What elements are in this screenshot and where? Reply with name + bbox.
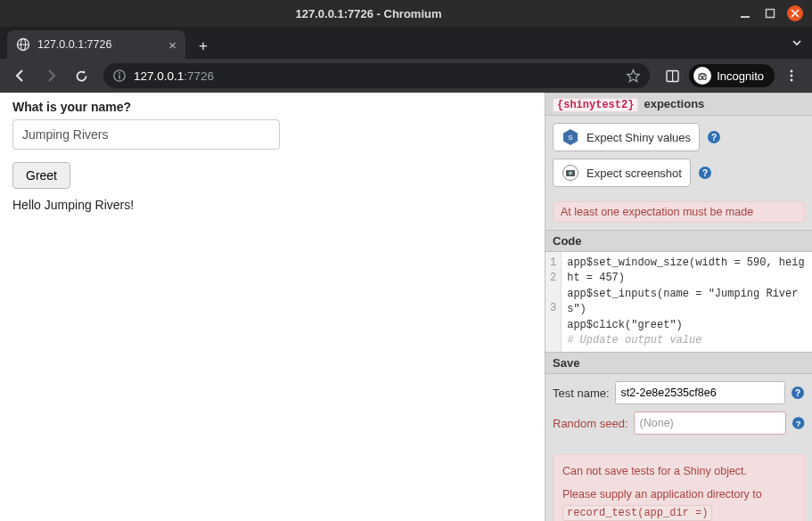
- browser-tabstrip: 127.0.0.1:7726 × +: [0, 27, 812, 59]
- url-bar[interactable]: 127.0.0.1:7726: [103, 63, 650, 88]
- new-tab-button[interactable]: +: [191, 34, 216, 59]
- test-name-input[interactable]: [615, 381, 785, 404]
- code-lines: app$set_window_size(width = 590, height …: [562, 252, 812, 352]
- window-maximize-button[interactable]: [762, 5, 778, 21]
- shinytest2-brand: {shinytest2}: [553, 98, 638, 112]
- window-titlebar: 127.0.0.1:7726 - Chromium: [0, 0, 812, 27]
- tab-title: 127.0.0.1:7726: [37, 38, 111, 51]
- greet-button[interactable]: Greet: [12, 162, 70, 189]
- forward-button[interactable]: [37, 62, 64, 89]
- name-input[interactable]: [12, 119, 280, 150]
- save-header: Save: [545, 352, 812, 374]
- back-button[interactable]: [7, 62, 34, 89]
- svg-rect-9: [672, 70, 673, 81]
- window-title: 127.0.0.1:7726 - Chromium: [9, 7, 728, 20]
- tabs-dropdown-button[interactable]: [791, 37, 803, 49]
- main-pane: What is your name? Greet Hello Jumping R…: [0, 93, 545, 521]
- bookmark-star-icon[interactable]: [626, 69, 641, 84]
- browser-menu-button[interactable]: [778, 62, 805, 89]
- url-text: 127.0.0.1:7726: [134, 69, 214, 83]
- greeting-output: Hello Jumping Rivers!: [12, 198, 532, 212]
- random-seed-input[interactable]: [634, 411, 786, 435]
- expect-screenshot-button[interactable]: Expect screenshot: [553, 159, 691, 187]
- svg-point-22: [569, 172, 572, 175]
- svg-text:?: ?: [711, 133, 717, 142]
- code-editor[interactable]: 1 2 3 app$set_window_size(width = 590, h…: [545, 252, 812, 352]
- window-minimize-button[interactable]: [737, 5, 753, 21]
- shiny-hex-icon: S: [562, 128, 579, 146]
- svg-rect-1: [767, 10, 775, 18]
- help-icon[interactable]: ?: [791, 386, 805, 400]
- svg-point-14: [791, 75, 793, 77]
- tab-close-button[interactable]: ×: [168, 37, 176, 53]
- svg-point-15: [791, 79, 793, 82]
- svg-rect-7: [119, 75, 119, 79]
- name-label: What is your name?: [12, 100, 532, 114]
- svg-text:?: ?: [702, 168, 708, 178]
- reader-mode-icon[interactable]: [659, 62, 685, 89]
- code-gutter: 1 2 3: [545, 252, 562, 352]
- help-icon[interactable]: ?: [698, 166, 712, 180]
- help-icon[interactable]: ?: [707, 130, 721, 144]
- incognito-label: Incognito: [717, 69, 764, 83]
- svg-point-6: [119, 72, 120, 74]
- svg-text:?: ?: [795, 419, 800, 428]
- svg-point-13: [791, 70, 793, 73]
- window-close-button[interactable]: [787, 5, 803, 21]
- expectations-header: {shinytest2}expections: [545, 93, 812, 116]
- incognito-badge: Incognito: [689, 64, 775, 87]
- shinytest2-panel: {shinytest2}expections S Expect Shiny va…: [545, 93, 812, 521]
- svg-rect-0: [741, 16, 750, 18]
- site-info-icon[interactable]: [112, 69, 127, 83]
- page-content: What is your name? Greet Hello Jumping R…: [0, 93, 812, 521]
- svg-text:S: S: [568, 134, 572, 142]
- test-name-label: Test name:: [553, 387, 610, 400]
- svg-point-10: [699, 76, 702, 79]
- camera-icon: [562, 164, 579, 182]
- random-seed-label: Random seed:: [553, 417, 628, 430]
- incognito-icon: [693, 67, 711, 85]
- help-icon[interactable]: ?: [791, 416, 805, 430]
- save-error: Can not save tests for a Shiny object. P…: [553, 454, 805, 521]
- expectation-warning: At least one expectation must be made: [553, 201, 805, 223]
- code-header: Code: [545, 230, 812, 252]
- svg-point-11: [703, 76, 707, 79]
- svg-text:?: ?: [795, 388, 800, 398]
- expect-shiny-values-button[interactable]: S Expect Shiny values: [553, 123, 700, 151]
- browser-toolbar: 127.0.0.1:7726 Incognito: [0, 59, 812, 93]
- globe-icon: [16, 37, 30, 52]
- browser-tab[interactable]: 127.0.0.1:7726 ×: [7, 30, 185, 59]
- reload-button[interactable]: [68, 62, 94, 89]
